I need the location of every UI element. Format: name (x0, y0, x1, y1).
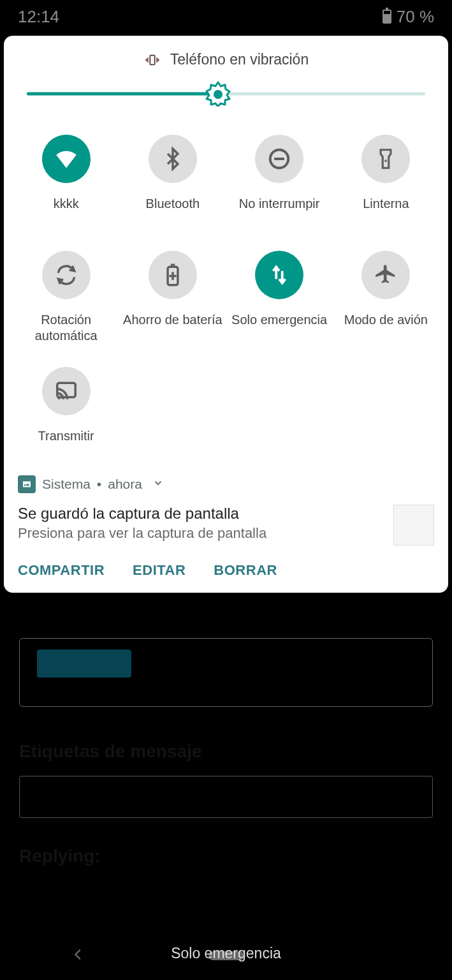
tile-autorotate-label: Rotación automática (13, 312, 119, 344)
tile-wifi-label: kkkk (54, 196, 79, 228)
quick-settings-panel: Teléfono en vibración kkkk (4, 36, 448, 593)
tile-airplane[interactable]: Modo de avión (333, 251, 439, 344)
brightness-thumb-icon[interactable] (205, 81, 231, 107)
emergency-icon (255, 251, 303, 299)
batterysaver-icon (149, 251, 197, 299)
chevron-down-icon[interactable] (152, 477, 164, 492)
dot-separator: • (97, 477, 101, 492)
notification-app-icon (18, 475, 36, 493)
notification-action-share[interactable]: COMPARTIR (18, 562, 105, 579)
tile-dnd-label: No interrumpir (239, 196, 320, 228)
tile-batterysaver-label: Ahorro de batería (123, 312, 222, 344)
tile-flashlight-label: Linterna (363, 196, 409, 228)
notification[interactable]: Sistema • ahora Se guardó la captura de … (4, 464, 448, 586)
notification-app: Sistema (42, 477, 91, 492)
tile-cast[interactable]: Transmitir (13, 367, 119, 460)
flashlight-icon (361, 135, 410, 183)
notification-action-delete[interactable]: BORRAR (214, 562, 277, 579)
qs-tiles: kkkk Bluetooth No interrumpir Linterna (4, 122, 448, 460)
dnd-icon (255, 135, 303, 183)
tile-emergency[interactable]: Solo emergencia (226, 251, 333, 344)
notification-subtitle: Presiona para ver la captura de pantalla (18, 525, 386, 542)
notification-action-edit[interactable]: EDITAR (133, 562, 186, 579)
tile-emergency-label: Solo emergencia (231, 312, 327, 344)
cast-icon (42, 367, 91, 415)
wifi-icon (42, 135, 91, 183)
tile-wifi[interactable]: kkkk (13, 135, 119, 228)
bottom-area: Solo emergencia (0, 903, 452, 980)
bluetooth-icon (149, 135, 197, 183)
ringer-label: Teléfono en vibración (170, 51, 309, 68)
brightness-slider[interactable] (27, 91, 425, 96)
tile-batterysaver[interactable]: Ahorro de batería (119, 251, 226, 344)
svg-point-6 (214, 90, 222, 99)
tile-autorotate[interactable]: Rotación automática (13, 251, 119, 344)
notification-time: ahora (108, 477, 142, 492)
airplane-icon (361, 251, 410, 299)
vibrate-icon (143, 53, 161, 67)
ringer-mode[interactable]: Teléfono en vibración (4, 36, 448, 80)
notification-thumbnail (393, 505, 434, 546)
notification-title: Se guardó la captura de pantalla (18, 505, 386, 523)
brightness-fill (27, 93, 218, 96)
notification-header[interactable]: Sistema • ahora (18, 475, 434, 493)
tile-bluetooth-label: Bluetooth (146, 196, 200, 228)
tile-airplane-label: Modo de avión (344, 312, 428, 344)
emergency-only-label: Solo emergencia (171, 945, 281, 962)
tile-bluetooth[interactable]: Bluetooth (119, 135, 226, 228)
tile-dnd[interactable]: No interrumpir (226, 135, 333, 228)
tile-flashlight[interactable]: Linterna (333, 135, 439, 228)
autorotate-icon (42, 251, 91, 299)
svg-rect-0 (150, 55, 154, 64)
